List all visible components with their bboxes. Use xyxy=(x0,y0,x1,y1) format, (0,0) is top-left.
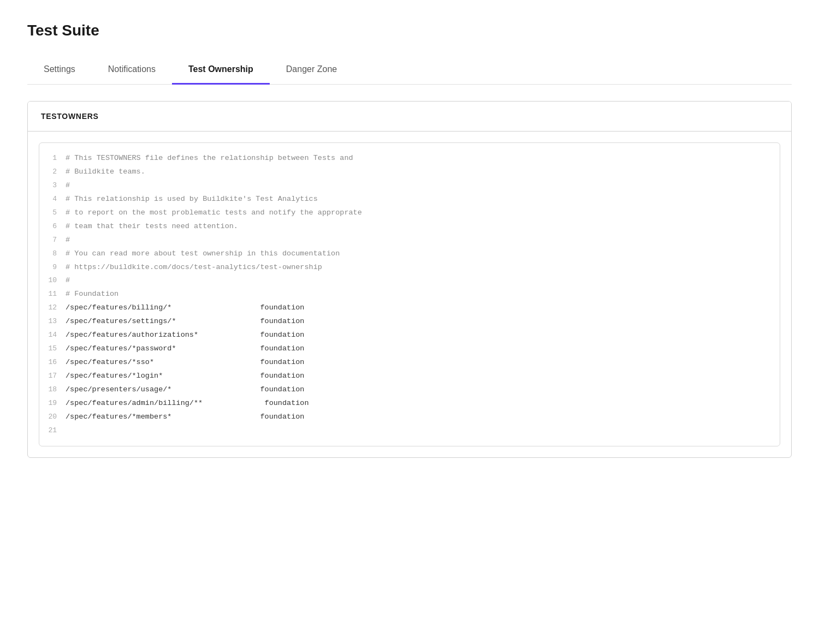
code-line: 18/spec/presenters/usage/* foundation xyxy=(39,383,780,397)
card-header-title: TESTOWNERS xyxy=(41,112,99,121)
line-content: # This relationship is used by Buildkite… xyxy=(66,193,329,206)
code-line: 8# You can read more about test ownershi… xyxy=(39,247,780,261)
line-content: /spec/features/*login* foundation xyxy=(66,370,315,383)
code-line: 9# https://buildkite.com/docs/test-analy… xyxy=(39,261,780,275)
line-number: 4 xyxy=(39,193,66,205)
line-number: 10 xyxy=(39,275,66,287)
page-title: Test Suite xyxy=(27,22,792,39)
tab-notifications[interactable]: Notifications xyxy=(92,56,172,85)
code-line: 19/spec/features/admin/billing/** founda… xyxy=(39,397,780,410)
line-content: /spec/features/settings/* foundation xyxy=(66,315,315,328)
code-line: 12/spec/features/billing/* foundation xyxy=(39,301,780,315)
code-line: 7# xyxy=(39,234,780,247)
line-content: /spec/features/authorizations* foundatio… xyxy=(66,329,315,342)
code-line: 17/spec/features/*login* foundation xyxy=(39,369,780,383)
line-content: /spec/features/*members* foundation xyxy=(66,411,315,424)
code-line: 14/spec/features/authorizations* foundat… xyxy=(39,329,780,342)
line-number: 18 xyxy=(39,384,66,396)
code-block: 1# This TESTOWNERS file defines the rela… xyxy=(39,143,780,446)
line-content: # You can read more about test ownership… xyxy=(66,248,351,260)
code-line: 13/spec/features/settings/* foundation xyxy=(39,315,780,329)
code-block-container: 1# This TESTOWNERS file defines the rela… xyxy=(39,142,780,446)
line-number: 14 xyxy=(39,329,66,341)
code-line: 20/spec/features/*members* foundation xyxy=(39,410,780,424)
code-line: 4# This relationship is used by Buildkit… xyxy=(39,193,780,206)
line-content: # xyxy=(66,275,81,287)
line-number: 13 xyxy=(39,315,66,327)
code-line: 15/spec/features/*password* foundation xyxy=(39,342,780,356)
code-line: 2# Buildkite teams. xyxy=(39,165,780,179)
line-number: 9 xyxy=(39,261,66,273)
code-line: 21 xyxy=(39,424,780,437)
tabs: Settings Notifications Test Ownership Da… xyxy=(27,56,792,84)
line-content: /spec/presenters/usage/* foundation xyxy=(66,384,315,396)
line-number: 16 xyxy=(39,356,66,368)
line-content: # team that their tests need attention. xyxy=(66,220,249,233)
line-content: # https://buildkite.com/docs/test-analyt… xyxy=(66,261,333,274)
line-number: 5 xyxy=(39,207,66,219)
line-number: 11 xyxy=(39,288,66,300)
line-number: 2 xyxy=(39,166,66,178)
line-number: 6 xyxy=(39,220,66,232)
line-number: 7 xyxy=(39,234,66,246)
code-line: 5# to report on the most problematic tes… xyxy=(39,206,780,220)
tabs-container: Settings Notifications Test Ownership Da… xyxy=(27,56,792,85)
code-line: 3# xyxy=(39,179,780,193)
line-number: 1 xyxy=(39,152,66,164)
line-number: 19 xyxy=(39,397,66,409)
line-content: # xyxy=(66,234,81,247)
line-number: 20 xyxy=(39,411,66,423)
code-line: 1# This TESTOWNERS file defines the rela… xyxy=(39,152,780,165)
tab-settings[interactable]: Settings xyxy=(27,56,92,85)
line-number: 8 xyxy=(39,248,66,260)
code-line: 6# team that their tests need attention. xyxy=(39,220,780,234)
line-content: /spec/features/admin/billing/** foundati… xyxy=(66,397,320,410)
line-content: # xyxy=(66,180,81,192)
line-content: /spec/features/*password* foundation xyxy=(66,343,315,355)
line-number: 15 xyxy=(39,343,66,355)
line-number: 12 xyxy=(39,302,66,314)
line-content: # Foundation xyxy=(66,288,129,301)
line-content: # to report on the most problematic test… xyxy=(66,207,373,219)
line-number: 3 xyxy=(39,180,66,192)
line-number: 21 xyxy=(39,425,66,437)
line-number: 17 xyxy=(39,370,66,382)
code-line: 16/spec/features/*sso* foundation xyxy=(39,356,780,369)
code-line: 11# Foundation xyxy=(39,288,780,301)
tab-test-ownership[interactable]: Test Ownership xyxy=(172,56,270,85)
line-content: # This TESTOWNERS file defines the relat… xyxy=(66,152,364,165)
testowners-card: TESTOWNERS 1# This TESTOWNERS file defin… xyxy=(27,101,792,458)
code-line: 10# xyxy=(39,274,780,288)
line-content: /spec/features/*sso* foundation xyxy=(66,356,315,369)
card-header: TESTOWNERS xyxy=(28,102,791,132)
content-area: TESTOWNERS 1# This TESTOWNERS file defin… xyxy=(27,85,792,474)
line-content: /spec/features/billing/* foundation xyxy=(66,302,315,314)
tab-danger-zone[interactable]: Danger Zone xyxy=(270,56,353,85)
line-content: # Buildkite teams. xyxy=(66,166,156,178)
